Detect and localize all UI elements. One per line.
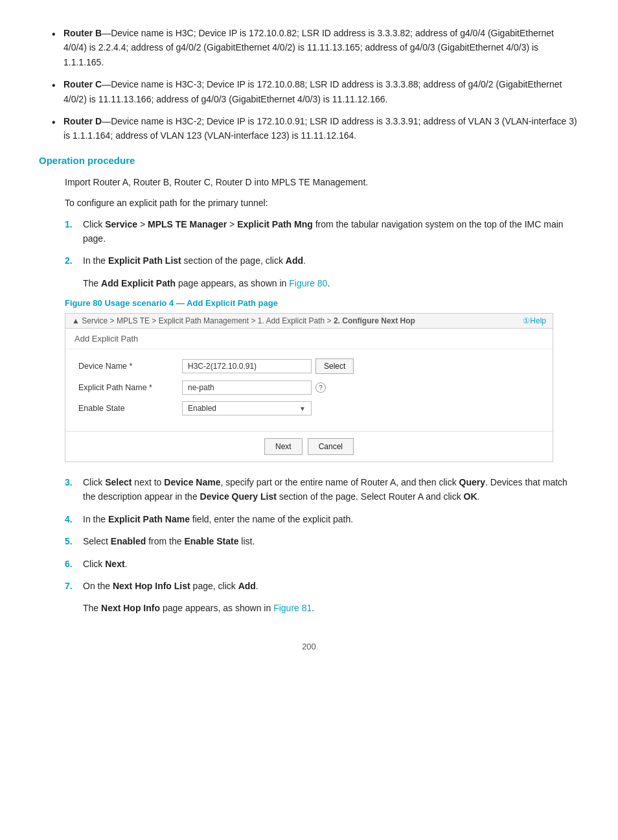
numbered-list-continued: 3. Click Select next to Device Name, spe… — [39, 475, 579, 593]
enable-state-row: Enable State Enabled ▼ — [78, 401, 540, 415]
ui-topbar: ▲ Service > MPLS TE > Explicit Path Mana… — [65, 314, 553, 329]
breadcrumb-text: Service > MPLS TE > Explicit Path Manage… — [82, 316, 415, 325]
step-3: 3. Click Select next to Device Name, spe… — [65, 475, 579, 504]
step-2-num: 2. — [65, 253, 83, 268]
step-7-num: 7. — [65, 579, 83, 593]
enable-state-value: Enabled — [188, 404, 216, 413]
router-c-text: —Device name is H3C-3; Device IP is 172.… — [63, 79, 562, 104]
step-3-num: 3. — [65, 475, 83, 504]
help-link[interactable]: ①Help — [523, 316, 546, 325]
step-4-content: In the Explicit Path Name field, enter t… — [83, 512, 579, 526]
step-2-content: In the Explicit Path List section of the… — [83, 253, 579, 268]
numbered-list: 1. Click Service > MPLS TE Manager > Exp… — [39, 217, 579, 268]
ui-section-header: Add Explicit Path — [65, 329, 553, 349]
step-1-num: 1. — [65, 217, 83, 246]
step-7-sub: The Next Hop Info page appears, as shown… — [83, 601, 579, 615]
cancel-button[interactable]: Cancel — [308, 438, 354, 455]
page-number: 200 — [39, 642, 579, 651]
device-name-input[interactable] — [182, 359, 312, 373]
step-5: 5. Select Enabled from the Enable State … — [65, 534, 579, 548]
bullet-router-d: Router D—Device name is H3C-2; Device IP… — [52, 114, 579, 143]
explicit-path-name-row: Explicit Path Name * ? — [78, 380, 540, 395]
step-7-content: On the Next Hop Info List page, click Ad… — [83, 579, 579, 593]
device-name-label: Device Name * — [78, 362, 182, 371]
router-c-label: Router C — [63, 79, 102, 89]
step-5-content: Select Enabled from the Enable State lis… — [83, 534, 579, 548]
step-6-content: Click Next. — [83, 557, 579, 571]
enable-state-label: Enable State — [78, 404, 182, 413]
ui-screenshot-box: ▲ Service > MPLS TE > Explicit Path Mana… — [65, 313, 553, 462]
select-button[interactable]: Select — [315, 358, 354, 374]
bullet-router-c: Router C—Device name is H3C-3; Device IP… — [52, 77, 579, 106]
ui-form: Device Name * Select Explicit Path Name … — [65, 349, 553, 431]
chevron-down-icon: ▼ — [299, 405, 306, 412]
step-5-num: 5. — [65, 534, 83, 548]
step-6-num: 6. — [65, 557, 83, 571]
router-d-text: —Device name is H3C-2; Device IP is 172.… — [63, 116, 577, 141]
router-b-label: Router B — [63, 28, 102, 38]
step-1: 1. Click Service > MPLS TE Manager > Exp… — [65, 217, 579, 246]
step-7: 7. On the Next Hop Info List page, click… — [65, 579, 579, 593]
explicit-path-name-input[interactable] — [182, 380, 312, 395]
bullet-list: Router B—Device name is H3C; Device IP i… — [39, 26, 579, 143]
step-2-sub: The Add Explicit Path page appears, as s… — [83, 276, 579, 290]
breadcrumb: ▲ Service > MPLS TE > Explicit Path Mana… — [72, 316, 415, 325]
device-name-row: Device Name * Select — [78, 358, 540, 374]
figure-81-link[interactable]: Figure 81 — [273, 603, 312, 613]
step-6: 6. Click Next. — [65, 557, 579, 571]
next-button[interactable]: Next — [264, 438, 303, 455]
intro-line-1: Import Router A, Router B, Router C, Rou… — [65, 175, 579, 189]
step-2: 2. In the Explicit Path List section of … — [65, 253, 579, 268]
step-4: 4. In the Explicit Path Name field, ente… — [65, 512, 579, 526]
router-b-text: —Device name is H3C; Device IP is 172.10… — [63, 28, 554, 67]
ui-footer: Next Cancel — [65, 431, 553, 461]
bullet-router-b: Router B—Device name is H3C; Device IP i… — [52, 26, 579, 69]
figure-80-link[interactable]: Figure 80 — [289, 278, 327, 288]
intro-line-2: To configure an explicit path for the pr… — [65, 196, 579, 210]
help-icon[interactable]: ? — [315, 382, 326, 393]
enable-state-select[interactable]: Enabled ▼ — [182, 401, 312, 415]
step-3-content: Click Select next to Device Name, specif… — [83, 475, 579, 504]
figure-caption: Figure 80 Usage scenario 4 — Add Explici… — [65, 298, 579, 308]
step-4-num: 4. — [65, 512, 83, 526]
explicit-path-name-label: Explicit Path Name * — [78, 383, 182, 392]
step-1-content: Click Service > MPLS TE Manager > Explic… — [83, 217, 579, 246]
router-d-label: Router D — [63, 116, 102, 126]
section-heading: Operation procedure — [39, 155, 579, 166]
